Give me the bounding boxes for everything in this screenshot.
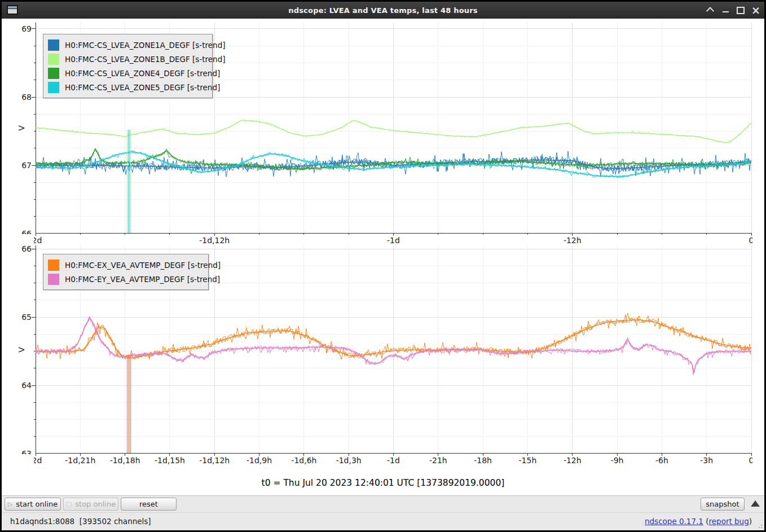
x-tick-label: -1d,18h xyxy=(110,456,140,465)
legend-label: H0:FMC-CS_LVEA_ZONE4_DEGF [s-trend] xyxy=(65,69,220,78)
x-tick-label: -3h xyxy=(700,456,713,465)
resize-grip[interactable] xyxy=(756,522,763,529)
close-button[interactable]: × xyxy=(751,5,761,15)
legend-label: H0:FMC-CS_LVEA_ZONE1A_DEGF [s-trend] xyxy=(65,41,225,50)
x-tick-label: -18h xyxy=(474,456,492,465)
minimize-button[interactable] xyxy=(720,5,730,15)
snapshot-label: snapshot xyxy=(706,500,739,508)
plot-workspace: 66676869 -2d-1d,12h-1d-12h0 V H0:FMC-CS_… xyxy=(2,19,764,495)
title-bar[interactable]: ndscope: LVEA and VEA temps, last 48 hou… xyxy=(2,2,764,19)
x-tick-label: -9h xyxy=(611,456,624,465)
legend-swatch-ey-vea xyxy=(48,274,59,285)
close-icon: × xyxy=(751,6,760,14)
minimize-icon xyxy=(723,11,729,12)
chevron-up-icon xyxy=(706,7,714,15)
x-tick-label: 0 xyxy=(749,456,752,465)
legend-swatch-zone1a xyxy=(48,39,59,51)
x-tick-label: -1d,15h xyxy=(155,456,185,465)
maximize-button[interactable] xyxy=(736,5,746,15)
x-tick-label: -1d,3h xyxy=(336,456,362,465)
x-tick-label: -2d xyxy=(34,456,42,465)
reset-button[interactable]: reset xyxy=(121,498,177,511)
legend-label: H0:FMC-EY_VEA_AVTEMP_DEGF [s-trend] xyxy=(65,275,220,284)
y-tick-label: 64 xyxy=(16,381,32,390)
maximize-icon xyxy=(737,7,745,14)
start-online-button[interactable]: ▷ start online xyxy=(5,498,61,511)
version-area: ndscope 0.17.1 (report bug) xyxy=(645,513,752,530)
x-tick-label: -1d,6h xyxy=(291,456,316,465)
legend-top[interactable]: H0:FMC-CS_LVEA_ZONE1A_DEGF [s-trend] H0:… xyxy=(43,34,213,98)
x-tick-label: -21h xyxy=(429,456,447,465)
report-bug-link[interactable]: report bug xyxy=(709,517,749,526)
reset-label: reset xyxy=(139,500,158,508)
y-tick-label: 66 xyxy=(16,245,32,254)
y-tick-label: 63 xyxy=(16,449,32,454)
bug-paren-close: ) xyxy=(749,517,752,526)
legend-swatch-zone5 xyxy=(48,82,59,93)
server-info: h1daqnds1:8088 [393502 channels] xyxy=(10,513,151,530)
window-icon xyxy=(7,5,18,15)
x-tick-label: -6h xyxy=(655,456,668,465)
legend-bottom[interactable]: H0:FMC-EX_VEA_AVTEMP_DEGF [s-trend] H0:F… xyxy=(43,254,209,290)
x-tick-label: -12h xyxy=(564,456,582,465)
legend-swatch-zone4 xyxy=(48,68,59,79)
expand-panel-button[interactable] xyxy=(751,500,760,507)
legend-item: H0:FMC-CS_LVEA_ZONE1A_DEGF [s-trend] xyxy=(48,38,206,52)
legend-item: H0:FMC-CS_LVEA_ZONE5_DEGF [s-trend] xyxy=(48,80,206,94)
legend-label: H0:FMC-CS_LVEA_ZONE5_DEGF [s-trend] xyxy=(65,83,220,92)
ndscope-window: ndscope: LVEA and VEA temps, last 48 hou… xyxy=(0,0,766,532)
shade-window-button[interactable] xyxy=(705,5,715,15)
legend-item: H0:FMC-CS_LVEA_ZONE4_DEGF [s-trend] xyxy=(48,66,206,80)
toolbar: ▷ start online □ stop online reset snaps… xyxy=(2,495,764,512)
legend-swatch-zone1b xyxy=(48,54,59,65)
y-axis-label-bottom: V xyxy=(17,345,27,355)
window-title: ndscope: LVEA and VEA temps, last 48 hou… xyxy=(2,6,764,15)
stop-online-label: stop online xyxy=(75,500,116,508)
x-tick-label: -1d,9h xyxy=(246,456,272,465)
snapshot-button[interactable]: snapshot xyxy=(701,498,745,511)
x-tick-label: -1d,12h xyxy=(199,456,230,465)
status-bar: h1daqnds1:8088 [393502 channels] ndscope… xyxy=(2,512,764,530)
x-axis-tick-labels-bottom: -2d-1d,21h-1d,18h-1d,15h-1d,12h-1d,9h-1d… xyxy=(34,456,752,465)
legend-label: H0:FMC-CS_LVEA_ZONE1B_DEGF [s-trend] xyxy=(65,55,226,64)
t0-timestamp-label: t0 = Thu Jul 20 2023 12:40:01 UTC [13738… xyxy=(2,478,764,488)
legend-item: H0:FMC-EY_VEA_AVTEMP_DEGF [s-trend] xyxy=(48,272,202,286)
legend-label: H0:FMC-EX_VEA_AVTEMP_DEGF [s-trend] xyxy=(65,261,221,270)
version-link[interactable]: ndscope 0.17.1 xyxy=(645,517,703,526)
play-icon: ▷ xyxy=(8,500,12,508)
legend-item: H0:FMC-CS_LVEA_ZONE1B_DEGF [s-trend] xyxy=(48,52,206,66)
x-tick-label: -15h xyxy=(519,456,537,465)
stop-icon: □ xyxy=(66,500,72,508)
legend-item: H0:FMC-EX_VEA_AVTEMP_DEGF [s-trend] xyxy=(48,258,202,272)
x-tick-label: -1d xyxy=(387,456,400,465)
legend-swatch-ex-vea xyxy=(48,260,59,271)
y-tick-label: 65 xyxy=(16,313,32,322)
stop-online-button[interactable]: □ stop online xyxy=(63,498,118,511)
x-tick-label: -1d,21h xyxy=(65,456,95,465)
start-online-label: start online xyxy=(16,500,58,508)
